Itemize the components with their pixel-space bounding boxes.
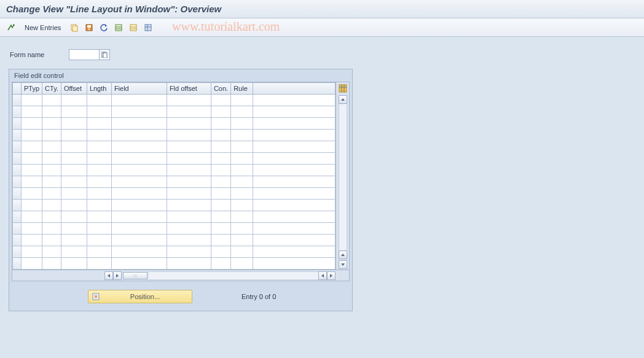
- table-cell[interactable]: [22, 118, 42, 130]
- table-cell[interactable]: [61, 141, 87, 153]
- column-selector[interactable]: [13, 83, 22, 95]
- column-rule[interactable]: Rule: [231, 83, 253, 95]
- table-cell[interactable]: [231, 141, 253, 153]
- table-cell[interactable]: [22, 258, 42, 270]
- deselect-all-icon[interactable]: [127, 21, 139, 34]
- table-cell[interactable]: [87, 223, 111, 235]
- table-cell[interactable]: [111, 176, 167, 188]
- scroll-down-button[interactable]: [339, 260, 347, 269]
- table-cell[interactable]: [231, 258, 253, 270]
- table-cell[interactable]: [111, 188, 167, 200]
- table-cell[interactable]: [42, 223, 61, 235]
- table-cell[interactable]: [61, 153, 87, 165]
- table-cell[interactable]: [61, 165, 87, 176]
- table-cell[interactable]: [167, 200, 211, 211]
- table-cell[interactable]: [22, 95, 42, 106]
- table-row[interactable]: [13, 176, 336, 188]
- table-cell[interactable]: [61, 188, 87, 200]
- table-cell[interactable]: [167, 211, 211, 223]
- table-cell[interactable]: [211, 188, 230, 200]
- table-cell[interactable]: [42, 130, 61, 141]
- table-cell[interactable]: [167, 141, 211, 153]
- save-icon[interactable]: [83, 21, 95, 34]
- table-cell[interactable]: [61, 200, 87, 211]
- table-cell[interactable]: [87, 106, 111, 118]
- row-selector[interactable]: [13, 130, 22, 141]
- table-cell[interactable]: [253, 130, 336, 141]
- row-selector[interactable]: [13, 118, 22, 130]
- row-selector[interactable]: [13, 235, 22, 246]
- table-cell[interactable]: [167, 176, 211, 188]
- column-fld-offset[interactable]: Fld offset: [167, 83, 211, 95]
- table-cell[interactable]: [231, 165, 253, 176]
- table-cell[interactable]: [167, 188, 211, 200]
- select-all-icon[interactable]: [112, 21, 125, 34]
- row-selector[interactable]: [13, 165, 22, 176]
- scroll-left-end-button[interactable]: [318, 271, 327, 280]
- vertical-scrollbar[interactable]: [339, 104, 347, 250]
- table-cell[interactable]: [42, 95, 61, 106]
- table-cell[interactable]: [111, 118, 167, 130]
- table-cell[interactable]: [42, 165, 61, 176]
- table-cell[interactable]: [211, 176, 230, 188]
- table-cell[interactable]: [211, 130, 230, 141]
- row-selector[interactable]: [13, 223, 22, 235]
- table-cell[interactable]: [231, 118, 253, 130]
- table-row[interactable]: [13, 188, 336, 200]
- scroll-right-end-button[interactable]: [327, 271, 336, 280]
- table-cell[interactable]: [61, 95, 87, 106]
- table-row[interactable]: [13, 258, 336, 270]
- table-cell[interactable]: [42, 118, 61, 130]
- table-cell[interactable]: [87, 235, 111, 246]
- row-selector[interactable]: [13, 258, 22, 270]
- table-cell[interactable]: [253, 235, 336, 246]
- form-name-input[interactable]: [69, 49, 100, 60]
- table-cell[interactable]: [211, 258, 230, 270]
- table-row[interactable]: [13, 141, 336, 153]
- table-cell[interactable]: [167, 246, 211, 258]
- table-cell[interactable]: [42, 200, 61, 211]
- table-cell[interactable]: [111, 246, 167, 258]
- table-cell[interactable]: [167, 118, 211, 130]
- table-cell[interactable]: [111, 200, 167, 211]
- table-cell[interactable]: [167, 153, 211, 165]
- table-cell[interactable]: [111, 130, 167, 141]
- table-cell[interactable]: [231, 188, 253, 200]
- table-cell[interactable]: [87, 141, 111, 153]
- table-cell[interactable]: [231, 95, 253, 106]
- table-cell[interactable]: [211, 200, 230, 211]
- table-cell[interactable]: [87, 258, 111, 270]
- table-cell[interactable]: [253, 165, 336, 176]
- table-cell[interactable]: [167, 258, 211, 270]
- table-cell[interactable]: [231, 223, 253, 235]
- table-cell[interactable]: [253, 246, 336, 258]
- table-cell[interactable]: [253, 141, 336, 153]
- table-cell[interactable]: [253, 95, 336, 106]
- row-selector[interactable]: [13, 153, 22, 165]
- horizontal-scroll-thumb[interactable]: :::: [123, 272, 147, 279]
- search-help-icon[interactable]: [99, 49, 110, 60]
- table-cell[interactable]: [42, 246, 61, 258]
- table-cell[interactable]: [87, 188, 111, 200]
- table-cell[interactable]: [211, 165, 230, 176]
- row-selector[interactable]: [13, 246, 22, 258]
- table-cell[interactable]: [231, 211, 253, 223]
- table-cell[interactable]: [231, 200, 253, 211]
- table-cell[interactable]: [87, 165, 111, 176]
- table-cell[interactable]: [253, 118, 336, 130]
- column-cty[interactable]: CTy.: [42, 83, 61, 95]
- table-settings-icon[interactable]: [142, 21, 154, 34]
- table-cell[interactable]: [42, 141, 61, 153]
- table-cell[interactable]: [22, 141, 42, 153]
- row-selector[interactable]: [13, 200, 22, 211]
- table-cell[interactable]: [42, 188, 61, 200]
- configure-table-icon[interactable]: [337, 83, 348, 94]
- scroll-right-button[interactable]: [113, 271, 122, 280]
- table-cell[interactable]: [87, 211, 111, 223]
- table-cell[interactable]: [22, 176, 42, 188]
- table-cell[interactable]: [253, 223, 336, 235]
- table-cell[interactable]: [211, 141, 230, 153]
- table-cell[interactable]: [87, 200, 111, 211]
- table-cell[interactable]: [61, 258, 87, 270]
- column-con[interactable]: Con.: [211, 83, 230, 95]
